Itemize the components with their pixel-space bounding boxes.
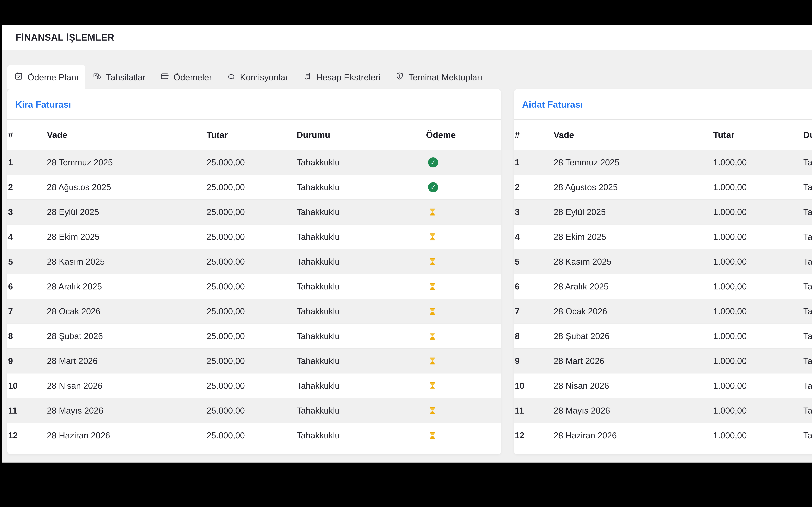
row-number: 6 (7, 281, 43, 291)
aidat-faturasi-title-link[interactable]: Aidat Faturası (522, 99, 583, 110)
tab-komisyonlar[interactable]: Komisyonlar (219, 65, 295, 89)
receipt-icon (303, 72, 312, 83)
due-date: 28 Nisan 2026 (43, 381, 205, 391)
due-date: 28 Haziran 2026 (43, 431, 205, 440)
column-header: Ödeme (424, 130, 501, 140)
shield-icon (395, 72, 404, 83)
row-number: 6 (514, 281, 550, 291)
due-date: 28 Kasım 2025 (43, 257, 205, 267)
amount: 25.000,00 (205, 281, 293, 291)
tab-label: Hesap Ekstreleri (316, 72, 380, 82)
amount: 1.000,00 (711, 356, 799, 366)
amount: 1.000,00 (711, 207, 799, 217)
row-number: 7 (514, 306, 550, 316)
table-row: 6 28 Aralık 2025 25.000,00 Tahakkuklu (7, 274, 501, 299)
due-date: 28 Haziran 2026 (550, 431, 711, 440)
due-date: 28 Mayıs 2026 (550, 406, 711, 415)
status-text: Tahakkuklu (799, 281, 812, 291)
column-header: Durumu (799, 130, 812, 140)
tab-hesap-ekstreleri[interactable]: Hesap Ekstreleri (295, 65, 388, 89)
due-date: 28 Kasım 2025 (550, 257, 711, 267)
payment-pending-hourglass-icon (428, 282, 501, 291)
payment-cell: ✓ (424, 157, 501, 167)
due-date: 28 Aralık 2025 (550, 281, 711, 291)
row-number: 5 (514, 257, 550, 267)
payment-pending-hourglass-icon (428, 381, 501, 391)
row-number: 4 (7, 232, 43, 242)
table-header-row: # Vade Tutar Durumu Ödeme (514, 120, 812, 150)
payment-cell (424, 232, 501, 241)
calendar-check-icon (14, 72, 23, 83)
piggy-bank-icon (226, 72, 236, 83)
payment-pending-hourglass-icon (428, 331, 501, 341)
tab-tahsilatlar[interactable]: Tahsilatlar (86, 65, 153, 89)
row-number: 5 (7, 257, 43, 267)
table-row: 12 28 Haziran 2026 25.000,00 Tahakkuklu (7, 423, 501, 448)
table-row: 10 28 Nisan 2026 1.000,00 Tahakkuklu (514, 373, 812, 398)
payment-cell (424, 331, 501, 341)
payment-paid-check-icon: ✓ (428, 157, 438, 167)
row-number: 9 (514, 356, 550, 366)
status-text: Tahakkuklu (799, 182, 812, 192)
kira-faturasi-card: Kira Faturası # Vade Tutar Durumu Ödeme … (7, 89, 501, 454)
amount: 25.000,00 (205, 306, 293, 316)
row-number: 4 (514, 232, 550, 242)
table-row: 11 28 Mayıs 2026 25.000,00 Tahakkuklu (7, 398, 501, 423)
payment-cell (424, 406, 501, 415)
due-date: 28 Ağustos 2025 (43, 182, 205, 192)
kira-faturasi-title-link[interactable]: Kira Faturası (15, 99, 71, 110)
due-date: 28 Ocak 2026 (550, 306, 711, 316)
table-row: 4 28 Ekim 2025 1.000,00 Tahakkuklu (514, 224, 812, 249)
table-row: 1 28 Temmuz 2025 1.000,00 Tahakkuklu ✓ (514, 150, 812, 175)
amount: 25.000,00 (205, 431, 293, 440)
card-header: Kira Faturası (7, 89, 501, 120)
status-text: Tahakkuklu (799, 356, 812, 366)
table-row: 2 28 Ağustos 2025 1.000,00 Tahakkuklu ✓ (514, 175, 812, 200)
tab-label: Tahsilatlar (106, 72, 146, 82)
payment-pending-hourglass-icon (428, 207, 501, 217)
table-row: 11 28 Mayıs 2026 1.000,00 Tahakkuklu (514, 398, 812, 423)
row-number: 12 (514, 431, 550, 440)
row-number: 2 (514, 182, 550, 192)
table-row: 6 28 Aralık 2025 1.000,00 Tahakkuklu (514, 274, 812, 299)
row-number: 2 (7, 182, 43, 192)
status-text: Tahakkuklu (799, 306, 812, 316)
status-text: Tahakkuklu (293, 331, 424, 341)
due-date: 28 Ekim 2025 (550, 232, 711, 242)
row-number: 3 (7, 207, 43, 217)
table-row: 8 28 Şubat 2026 1.000,00 Tahakkuklu (514, 324, 812, 348)
row-number: 3 (514, 207, 550, 217)
status-text: Tahakkuklu (799, 381, 812, 391)
row-number: 10 (7, 381, 43, 391)
table-header-row: # Vade Tutar Durumu Ödeme (7, 120, 501, 150)
due-date: 28 Ekim 2025 (43, 232, 205, 242)
amount: 1.000,00 (711, 157, 799, 167)
status-text: Tahakkuklu (293, 406, 424, 415)
status-text: Tahakkuklu (293, 381, 424, 391)
status-text: Tahakkuklu (293, 281, 424, 291)
column-header: # (514, 130, 550, 140)
payment-cell (424, 431, 501, 440)
tab-odemeler[interactable]: Ödemeler (153, 65, 219, 89)
tab-teminat-mektuplari[interactable]: Teminat Mektupları (388, 65, 490, 89)
amount: 1.000,00 (711, 182, 799, 192)
table-row: 1 28 Temmuz 2025 25.000,00 Tahakkuklu ✓ (7, 150, 501, 175)
row-number: 11 (7, 406, 43, 415)
top-bar: FİNANSAL İŞLEMLER Anasayfa / Kiralama Ko… (2, 25, 812, 50)
amount: 1.000,00 (711, 381, 799, 391)
status-text: Tahakkuklu (293, 182, 424, 192)
table-row: 2 28 Ağustos 2025 25.000,00 Tahakkuklu ✓ (7, 175, 501, 200)
payment-cell (424, 282, 501, 291)
tab-odeme-plani[interactable]: Ödeme Planı (7, 65, 86, 89)
payment-pending-hourglass-icon (428, 257, 501, 266)
due-date: 28 Şubat 2026 (43, 331, 205, 341)
due-date: 28 Şubat 2026 (550, 331, 711, 341)
status-text: Tahakkuklu (293, 257, 424, 267)
table-row: 9 28 Mart 2026 1.000,00 Tahakkuklu (514, 348, 812, 373)
status-text: Tahakkuklu (293, 431, 424, 440)
amount: 25.000,00 (205, 232, 293, 242)
page-title: FİNANSAL İŞLEMLER (15, 32, 114, 43)
credit-card-icon (160, 72, 169, 83)
column-header: Durumu (293, 130, 424, 140)
due-date: 28 Ağustos 2025 (550, 182, 711, 192)
